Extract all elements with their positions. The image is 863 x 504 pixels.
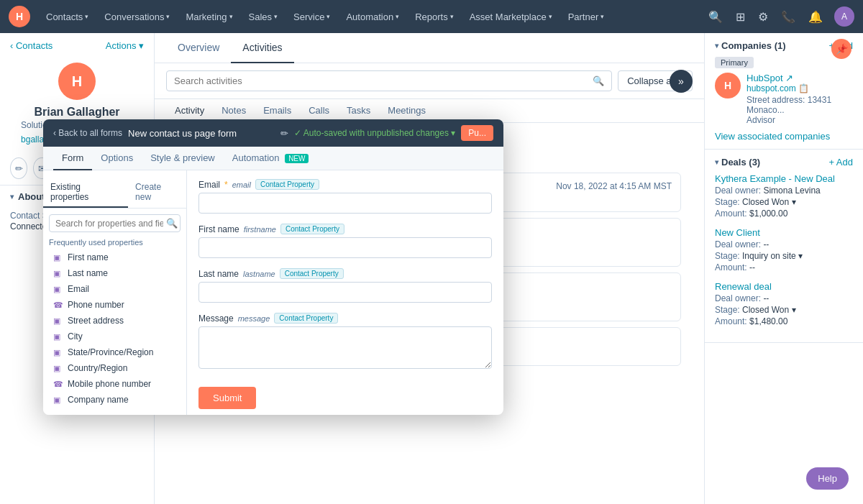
edit-form-title-icon[interactable]: ✏ — [280, 128, 288, 139]
companies-title: ▾ Companies (1) — [715, 40, 786, 51]
deal-stage-link-1[interactable]: Closed Won ▾ — [742, 197, 795, 207]
add-deal-link[interactable]: + Add — [828, 157, 853, 168]
deals-header: ▾ Deals (3) + Add — [715, 157, 853, 168]
nav-marketing[interactable]: Marketing ▾ — [180, 9, 238, 25]
nav-conversations[interactable]: Conversations ▾ — [99, 9, 175, 25]
deal-name-2[interactable]: New Client — [715, 227, 853, 238]
overlay-tab-options[interactable]: Options — [92, 147, 142, 170]
company-url[interactable]: hubspot.com 📋 — [746, 83, 853, 93]
autosaved-status: ✓ Auto-saved with unpublished changes ▾ — [294, 128, 455, 138]
form-field-message: Message message Contact Property — [198, 313, 492, 371]
prop-mobile-phone[interactable]: ☎ Mobile phone number — [49, 376, 181, 392]
nav-automation[interactable]: Automation ▾ — [340, 9, 405, 25]
publish-button[interactable]: Pu... — [461, 125, 493, 141]
required-indicator: * — [224, 180, 228, 190]
deal-item-3: Renewal deal Deal owner: -- Stage: Close… — [715, 281, 853, 326]
main-tabs: Overview Activities — [155, 33, 704, 63]
breadcrumb-row: ‹ Contacts Actions ▾ — [0, 33, 154, 55]
go-button[interactable]: » — [670, 70, 693, 93]
settings-icon[interactable]: ⚙ — [754, 7, 772, 27]
deals-caret[interactable]: ▾ — [715, 158, 718, 166]
phone-icon[interactable]: 📞 — [777, 7, 800, 27]
prop-last-name[interactable]: ▣ Last name — [49, 265, 181, 281]
deal-owner-1: Deal owner: Simona Levina — [715, 185, 853, 196]
deals-section: ▾ Deals (3) + Add Kythera Example - New … — [705, 150, 863, 343]
firstname-input[interactable] — [198, 237, 492, 258]
prop-icon: ▣ — [53, 332, 63, 342]
deal-stage-3: Stage: Closed Won ▾ — [715, 305, 853, 315]
contacts-breadcrumb[interactable]: ‹ Contacts — [10, 40, 52, 51]
back-to-forms-button[interactable]: ‹ Back to all forms — [53, 128, 122, 138]
search-activities-box[interactable]: 🔍 — [166, 70, 612, 91]
email-input[interactable] — [198, 193, 492, 214]
actions-button[interactable]: Actions ▾ — [106, 40, 144, 51]
company-role: Advisor — [746, 115, 853, 125]
deal-stage-link-2[interactable]: Inquiry on site ▾ — [742, 251, 803, 261]
company-name[interactable]: HubSpot ↗ — [746, 73, 853, 83]
form-field-lastname: Last name lastname Contact Property — [198, 268, 492, 303]
search-icon: 🔍 — [593, 75, 604, 86]
nav-asset-marketplace[interactable]: Asset Marketplace ▾ — [464, 9, 558, 25]
lastname-input[interactable] — [198, 282, 492, 303]
nav-service[interactable]: Service ▾ — [288, 9, 336, 25]
overlay-tab-form[interactable]: Form — [53, 147, 92, 170]
notifications-icon[interactable]: 🔔 — [804, 7, 827, 27]
nav-partner[interactable]: Partner ▾ — [562, 9, 611, 25]
nav-sales[interactable]: Sales ▾ — [243, 9, 284, 25]
contact-property-badge-email: Contact Property — [255, 179, 319, 190]
message-textarea[interactable] — [198, 326, 492, 369]
deal-name-1[interactable]: Kythera Example - New Deal — [715, 173, 853, 184]
nav-reports[interactable]: Reports ▾ — [409, 9, 460, 25]
prop-email[interactable]: ▣ Email — [49, 281, 181, 297]
companies-caret[interactable]: ▾ — [715, 42, 718, 50]
overlay-tab-automation[interactable]: Automation NEW — [224, 147, 318, 170]
apps-icon[interactable]: ⊞ — [731, 7, 749, 27]
prop-company-name[interactable]: ▣ Company name — [49, 392, 181, 408]
company-info: HubSpot ↗ hubspot.com 📋 Street address: … — [746, 73, 853, 125]
view-associated-link[interactable]: View associated companies — [715, 131, 853, 142]
overlay-tab-style[interactable]: Style & preview — [142, 147, 224, 170]
deal-stage-link-3[interactable]: Closed Won ▾ — [742, 305, 795, 315]
edit-button[interactable]: ✏ — [10, 157, 27, 179]
help-button[interactable]: Help — [806, 467, 849, 490]
prop-state[interactable]: ▣ State/Province/Region — [49, 344, 181, 360]
deal-amount-1: Amount: $1,000.00 — [715, 209, 853, 219]
tab-overview[interactable]: Overview — [166, 33, 231, 63]
overlay-tabs: Form Options Style & preview Automation … — [43, 147, 503, 170]
top-navigation: H Contacts ▾ Conversations ▾ Marketing ▾… — [0, 0, 863, 33]
deal-stage-2: Stage: Inquiry on site ▾ — [715, 251, 853, 261]
prop-city[interactable]: ▣ City — [49, 329, 181, 344]
existing-props-tab[interactable]: Existing properties — [43, 178, 128, 208]
prop-country[interactable]: ▣ Country/Region — [49, 360, 181, 376]
search-properties-input[interactable] — [55, 219, 163, 229]
prop-icon: ☎ — [53, 380, 63, 389]
form-submit-button[interactable]: Submit — [198, 387, 256, 409]
hubspot-logo[interactable]: H — [9, 6, 30, 27]
prop-first-name[interactable]: ▣ First name — [49, 249, 181, 265]
search-activities-input[interactable] — [174, 75, 588, 86]
automation-new-badge: NEW — [285, 154, 309, 163]
create-new-tab[interactable]: Create new — [128, 178, 186, 208]
deal-name-3[interactable]: Renewal deal — [715, 281, 853, 292]
nav-contacts[interactable]: Contacts ▾ — [40, 9, 94, 25]
contact-property-badge-firstname: Contact Property — [280, 224, 344, 234]
search-icon[interactable]: 🔍 — [704, 7, 727, 27]
search-properties-icon: 🔍 — [166, 218, 178, 229]
copy-icon[interactable]: 📋 — [798, 83, 809, 93]
deal-stage-1: Stage: Closed Won ▾ — [715, 197, 853, 207]
form-editor-overlay: ‹ Back to all forms New contact us page … — [43, 119, 503, 415]
deal-item-2: New Client Deal owner: -- Stage: Inquiry… — [715, 227, 853, 272]
search-properties-box[interactable]: 🔍 — [49, 214, 181, 232]
tab-activities[interactable]: Activities — [231, 33, 293, 63]
overlay-form-title: New contact us page form — [128, 128, 275, 139]
prop-icon: ▣ — [53, 316, 63, 326]
contact-name: Brian Gallagher — [34, 106, 119, 119]
deal-owner-2: Deal owner: -- — [715, 239, 853, 249]
deals-title: ▾ Deals (3) — [715, 157, 760, 168]
prop-icon: ▣ — [53, 285, 63, 294]
form-field-email: Email * email Contact Property — [198, 179, 492, 214]
prop-street-address[interactable]: ▣ Street address — [49, 313, 181, 329]
user-avatar[interactable]: A — [834, 6, 854, 27]
prop-phone[interactable]: ☎ Phone number — [49, 297, 181, 313]
overlay-header: ‹ Back to all forms New contact us page … — [43, 119, 503, 147]
